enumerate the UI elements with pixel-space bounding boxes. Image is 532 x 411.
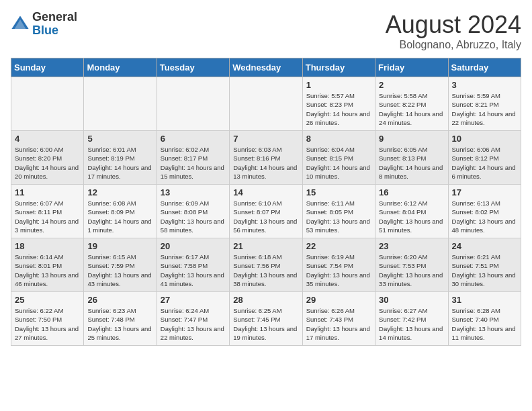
calendar-week-5: 25Sunrise: 6:22 AMSunset: 7:50 PMDayligh… xyxy=(11,292,521,346)
day-info: Sunrise: 6:01 AMSunset: 8:19 PMDaylight:… xyxy=(87,145,152,181)
calendar-cell xyxy=(11,77,84,131)
day-info: Sunrise: 6:15 AMSunset: 7:59 PMDaylight:… xyxy=(87,253,152,288)
col-sunday: Sunday xyxy=(11,58,84,77)
col-thursday: Thursday xyxy=(302,58,375,77)
calendar-cell: 28Sunrise: 6:25 AMSunset: 7:45 PMDayligh… xyxy=(230,292,302,346)
day-info: Sunrise: 6:19 AMSunset: 7:54 PMDaylight:… xyxy=(306,253,371,288)
day-number: 13 xyxy=(161,187,226,197)
day-info: Sunrise: 6:26 AMSunset: 7:43 PMDaylight:… xyxy=(306,306,371,342)
day-number: 5 xyxy=(87,134,152,144)
calendar-cell: 6Sunrise: 6:02 AMSunset: 8:17 PMDaylight… xyxy=(157,131,229,185)
calendar-cell: 9Sunrise: 6:05 AMSunset: 8:13 PMDaylight… xyxy=(375,131,448,185)
calendar-cell: 15Sunrise: 6:11 AMSunset: 8:05 PMDayligh… xyxy=(302,185,375,238)
month-title: August 2024 xyxy=(386,11,521,39)
day-number: 29 xyxy=(306,295,371,305)
day-info: Sunrise: 6:20 AMSunset: 7:53 PMDaylight:… xyxy=(379,253,444,288)
day-info: Sunrise: 6:00 AMSunset: 8:20 PMDaylight:… xyxy=(15,145,80,181)
calendar-cell: 16Sunrise: 6:12 AMSunset: 8:04 PMDayligh… xyxy=(375,185,448,238)
day-number: 23 xyxy=(379,241,444,251)
logo: General Blue xyxy=(11,11,77,38)
day-info: Sunrise: 6:25 AMSunset: 7:45 PMDaylight:… xyxy=(233,306,298,342)
calendar-cell: 5Sunrise: 6:01 AMSunset: 8:19 PMDaylight… xyxy=(84,131,157,185)
day-number: 17 xyxy=(452,187,517,197)
day-number: 4 xyxy=(15,134,80,144)
day-info: Sunrise: 5:58 AMSunset: 8:22 PMDaylight:… xyxy=(379,91,444,127)
day-info: Sunrise: 6:09 AMSunset: 8:08 PMDaylight:… xyxy=(161,199,226,234)
calendar-cell: 24Sunrise: 6:21 AMSunset: 7:51 PMDayligh… xyxy=(448,238,521,292)
title-area: August 2024 Bolognano, Abruzzo, Italy xyxy=(386,11,521,51)
calendar-cell xyxy=(230,77,302,131)
calendar-cell: 30Sunrise: 6:27 AMSunset: 7:42 PMDayligh… xyxy=(375,292,448,346)
calendar-cell: 1Sunrise: 5:57 AMSunset: 8:23 PMDaylight… xyxy=(302,77,375,131)
day-info: Sunrise: 6:07 AMSunset: 8:11 PMDaylight:… xyxy=(15,199,80,234)
calendar-cell: 18Sunrise: 6:14 AMSunset: 8:01 PMDayligh… xyxy=(11,238,84,292)
day-number: 14 xyxy=(233,187,298,197)
day-number: 28 xyxy=(233,295,298,305)
day-number: 2 xyxy=(379,80,444,90)
day-number: 30 xyxy=(379,295,444,305)
col-friday: Friday xyxy=(375,58,448,77)
day-number: 18 xyxy=(15,241,80,251)
day-number: 25 xyxy=(15,295,80,305)
day-info: Sunrise: 6:08 AMSunset: 8:09 PMDaylight:… xyxy=(87,199,152,234)
calendar-cell: 11Sunrise: 6:07 AMSunset: 8:11 PMDayligh… xyxy=(11,185,84,238)
calendar-cell: 20Sunrise: 6:17 AMSunset: 7:58 PMDayligh… xyxy=(157,238,229,292)
logo-icon xyxy=(11,15,30,34)
col-monday: Monday xyxy=(84,58,157,77)
calendar-cell: 7Sunrise: 6:03 AMSunset: 8:16 PMDaylight… xyxy=(230,131,302,185)
day-number: 6 xyxy=(161,134,226,144)
day-info: Sunrise: 6:17 AMSunset: 7:58 PMDaylight:… xyxy=(161,253,226,288)
calendar-cell: 10Sunrise: 6:06 AMSunset: 8:12 PMDayligh… xyxy=(448,131,521,185)
day-number: 19 xyxy=(87,241,152,251)
calendar-week-3: 11Sunrise: 6:07 AMSunset: 8:11 PMDayligh… xyxy=(11,185,521,238)
day-number: 20 xyxy=(161,241,226,251)
calendar-table: Sunday Monday Tuesday Wednesday Thursday… xyxy=(11,58,521,346)
day-info: Sunrise: 6:21 AMSunset: 7:51 PMDaylight:… xyxy=(452,253,517,288)
calendar-week-2: 4Sunrise: 6:00 AMSunset: 8:20 PMDaylight… xyxy=(11,131,521,185)
day-info: Sunrise: 6:18 AMSunset: 7:56 PMDaylight:… xyxy=(233,253,298,288)
calendar-cell: 29Sunrise: 6:26 AMSunset: 7:43 PMDayligh… xyxy=(302,292,375,346)
day-number: 12 xyxy=(87,187,152,197)
calendar-cell: 3Sunrise: 5:59 AMSunset: 8:21 PMDaylight… xyxy=(448,77,521,131)
day-number: 16 xyxy=(379,187,444,197)
day-info: Sunrise: 6:22 AMSunset: 7:50 PMDaylight:… xyxy=(15,306,80,342)
calendar-cell xyxy=(84,77,157,131)
calendar-week-1: 1Sunrise: 5:57 AMSunset: 8:23 PMDaylight… xyxy=(11,77,521,131)
logo-general-text: General xyxy=(32,10,77,24)
day-info: Sunrise: 6:04 AMSunset: 8:15 PMDaylight:… xyxy=(306,145,371,181)
day-number: 27 xyxy=(161,295,226,305)
day-info: Sunrise: 5:57 AMSunset: 8:23 PMDaylight:… xyxy=(306,91,371,127)
calendar-cell: 21Sunrise: 6:18 AMSunset: 7:56 PMDayligh… xyxy=(230,238,302,292)
calendar-cell xyxy=(157,77,229,131)
day-info: Sunrise: 6:02 AMSunset: 8:17 PMDaylight:… xyxy=(161,145,226,181)
calendar-cell: 25Sunrise: 6:22 AMSunset: 7:50 PMDayligh… xyxy=(11,292,84,346)
header-row: Sunday Monday Tuesday Wednesday Thursday… xyxy=(11,58,521,77)
day-number: 9 xyxy=(379,134,444,144)
day-number: 15 xyxy=(306,187,371,197)
day-info: Sunrise: 6:13 AMSunset: 8:02 PMDaylight:… xyxy=(452,199,517,234)
calendar-cell: 4Sunrise: 6:00 AMSunset: 8:20 PMDaylight… xyxy=(11,131,84,185)
day-info: Sunrise: 6:12 AMSunset: 8:04 PMDaylight:… xyxy=(379,199,444,234)
calendar-cell: 19Sunrise: 6:15 AMSunset: 7:59 PMDayligh… xyxy=(84,238,157,292)
day-info: Sunrise: 6:03 AMSunset: 8:16 PMDaylight:… xyxy=(233,145,298,181)
day-info: Sunrise: 6:24 AMSunset: 7:47 PMDaylight:… xyxy=(161,306,226,342)
calendar-header: Sunday Monday Tuesday Wednesday Thursday… xyxy=(11,58,521,77)
day-number: 10 xyxy=(452,134,517,144)
day-number: 21 xyxy=(233,241,298,251)
calendar-cell: 13Sunrise: 6:09 AMSunset: 8:08 PMDayligh… xyxy=(157,185,229,238)
day-info: Sunrise: 6:28 AMSunset: 7:40 PMDaylight:… xyxy=(452,306,517,342)
day-info: Sunrise: 6:23 AMSunset: 7:48 PMDaylight:… xyxy=(87,306,152,342)
calendar-cell: 23Sunrise: 6:20 AMSunset: 7:53 PMDayligh… xyxy=(375,238,448,292)
day-info: Sunrise: 6:14 AMSunset: 8:01 PMDaylight:… xyxy=(15,253,80,288)
day-info: Sunrise: 6:06 AMSunset: 8:12 PMDaylight:… xyxy=(452,145,517,181)
calendar-cell: 26Sunrise: 6:23 AMSunset: 7:48 PMDayligh… xyxy=(84,292,157,346)
calendar-cell: 12Sunrise: 6:08 AMSunset: 8:09 PMDayligh… xyxy=(84,185,157,238)
page-header: General Blue August 2024 Bolognano, Abru… xyxy=(11,11,521,51)
calendar-cell: 31Sunrise: 6:28 AMSunset: 7:40 PMDayligh… xyxy=(448,292,521,346)
calendar-week-4: 18Sunrise: 6:14 AMSunset: 8:01 PMDayligh… xyxy=(11,238,521,292)
col-wednesday: Wednesday xyxy=(230,58,302,77)
day-number: 8 xyxy=(306,134,371,144)
day-info: Sunrise: 6:11 AMSunset: 8:05 PMDaylight:… xyxy=(306,199,371,234)
day-info: Sunrise: 6:10 AMSunset: 8:07 PMDaylight:… xyxy=(233,199,298,234)
calendar-cell: 27Sunrise: 6:24 AMSunset: 7:47 PMDayligh… xyxy=(157,292,229,346)
